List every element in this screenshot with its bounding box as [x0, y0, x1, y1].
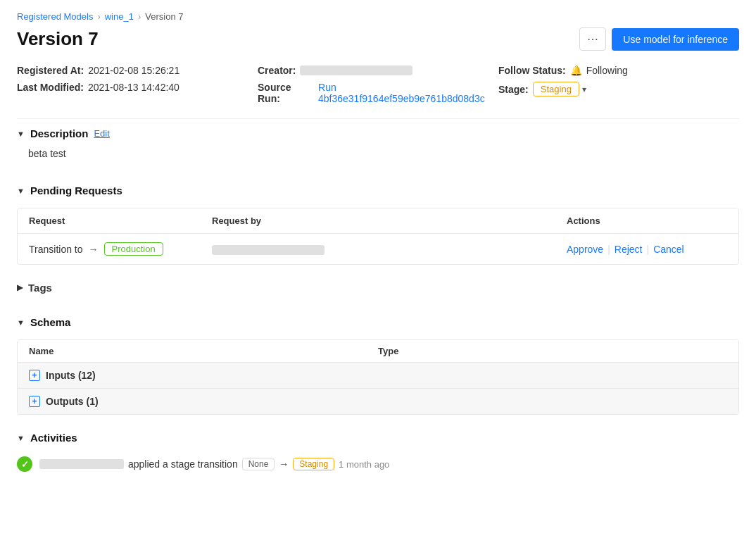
checkmark-icon: ✓ — [21, 459, 29, 470]
use-model-button[interactable]: Use model for inference — [612, 28, 739, 51]
breadcrumb-sep-2: › — [138, 11, 141, 22]
stage-row: Stage: Staging ▾ — [498, 82, 739, 96]
description-text: beta test — [17, 145, 739, 168]
breadcrumb-wine1[interactable]: wine_1 — [105, 11, 134, 22]
description-section: ▼ Description Edit beta test — [17, 122, 739, 168]
registered-at-label: Registered At: — [17, 65, 84, 76]
activity-check-icon: ✓ — [17, 456, 32, 472]
schema-toggle-icon: ▼ — [17, 318, 25, 327]
breadcrumb-registered-models[interactable]: Registered Models — [17, 11, 93, 22]
activities-toggle-icon: ▼ — [17, 434, 25, 442]
outputs-expand-icon[interactable]: + — [29, 396, 40, 407]
action-sep-2: | — [646, 244, 649, 255]
request-by-cell — [201, 235, 555, 263]
tags-label: Tags — [28, 282, 52, 294]
creator-row: Creator: — [258, 65, 498, 76]
last-modified-value: 2021-08-13 14:42:40 — [88, 82, 179, 93]
chevron-down-icon[interactable]: ▾ — [582, 85, 586, 94]
description-edit-link[interactable]: Edit — [94, 128, 109, 139]
registered-at-row: Registered At: 2021-02-08 15:26:21 — [17, 65, 258, 76]
last-modified-label: Last Modified: — [17, 82, 84, 93]
description-header[interactable]: ▼ Description Edit — [17, 122, 739, 145]
inputs-expand-icon[interactable]: + — [29, 370, 40, 381]
approve-link[interactable]: Approve — [567, 244, 603, 255]
activity-item: ✓ applied a stage transition None → Stag… — [17, 449, 739, 479]
col-request-by: Request by — [201, 208, 555, 233]
schema-col-headers: Name Type — [18, 340, 738, 363]
activities-section: ▼ Activities ✓ applied a stage transitio… — [17, 426, 739, 479]
table-header: Request Request by Actions — [18, 208, 738, 234]
creator-value — [300, 65, 412, 75]
breadcrumb: Registered Models › wine_1 › Version 7 — [17, 11, 739, 22]
transition-prefix: Transition to — [29, 244, 83, 255]
pending-requests-section: ▼ Pending Requests Request Request by Ac… — [17, 179, 739, 265]
meta-col-2: Creator: Source Run: Run 4bf36e31f9164ef… — [258, 65, 498, 104]
pending-requests-header[interactable]: ▼ Pending Requests — [17, 179, 739, 202]
stage-dropdown[interactable]: Staging ▾ — [533, 82, 586, 96]
outputs-label: Outputs (1) — [46, 396, 99, 407]
activity-action: applied a stage transition — [128, 458, 238, 470]
activity-arrow-icon: → — [279, 458, 289, 470]
description-toggle-icon: ▼ — [17, 130, 25, 138]
registered-at-value: 2021-02-08 15:26:21 — [88, 65, 179, 76]
schema-col-type: Type — [378, 346, 727, 356]
tags-header[interactable]: ▶ Tags — [17, 276, 739, 299]
schema-outputs-row: + Outputs (1) — [18, 389, 738, 414]
schema-section: ▼ Schema Name Type + Inputs (12) + Outpu… — [17, 311, 739, 415]
bell-icon: 🔔 — [570, 65, 582, 76]
stage-badge: Staging — [533, 82, 579, 96]
activities-header[interactable]: ▼ Activities — [17, 426, 739, 449]
description-content: beta test — [17, 145, 739, 168]
breadcrumb-sep-1: › — [97, 11, 100, 22]
meta-col-3: Follow Status: 🔔 Following Stage: Stagin… — [498, 65, 739, 104]
creator-label: Creator: — [258, 65, 296, 76]
schema-table: Name Type + Inputs (12) + Outputs (1) — [17, 339, 739, 415]
cancel-link[interactable]: Cancel — [653, 244, 684, 255]
schema-header[interactable]: ▼ Schema — [17, 311, 739, 334]
meta-grid: Registered At: 2021-02-08 15:26:21 Last … — [17, 65, 739, 104]
schema-label: Schema — [30, 316, 71, 328]
pending-requests-label: Pending Requests — [30, 185, 122, 196]
follow-status: 🔔 Following — [570, 65, 628, 76]
action-sep-1: | — [607, 244, 610, 255]
pending-requests-toggle-icon: ▼ — [17, 187, 25, 195]
header-actions: ⋯ Use model for inference — [579, 27, 739, 51]
production-badge: Production — [104, 242, 163, 256]
activity-time: 1 month ago — [339, 459, 389, 470]
pending-requests-table: Request Request by Actions Transition to… — [17, 208, 739, 265]
follow-status-row: Follow Status: 🔔 Following — [498, 65, 739, 76]
col-actions: Actions — [555, 208, 738, 233]
request-cell: Transition to → Production — [18, 234, 201, 264]
page-title: Version 7 — [17, 28, 99, 50]
last-modified-row: Last Modified: 2021-08-13 14:42:40 — [17, 82, 258, 93]
description-label: Description — [30, 127, 89, 139]
table-row: Transition to → Production Approve | Rej… — [18, 234, 738, 264]
tags-section: ▶ Tags — [17, 276, 739, 299]
tags-toggle-icon: ▶ — [17, 283, 23, 292]
staging-badge-activity: Staging — [293, 458, 334, 470]
schema-col-name: Name — [29, 346, 378, 356]
activity-content: applied a stage transition None → Stagin… — [39, 458, 389, 470]
arrow-right-icon: → — [89, 244, 99, 255]
activities-label: Activities — [30, 432, 77, 444]
reject-link[interactable]: Reject — [615, 244, 643, 255]
meta-col-1: Registered At: 2021-02-08 15:26:21 Last … — [17, 65, 258, 104]
source-run-link[interactable]: Run 4bf36e31f9164ef59eb9e761b8d08d3c — [318, 82, 498, 104]
none-badge: None — [242, 458, 275, 470]
more-button[interactable]: ⋯ — [579, 27, 606, 51]
activity-actor — [39, 459, 124, 469]
stage-label: Stage: — [498, 84, 529, 95]
inputs-label: Inputs (12) — [46, 370, 96, 381]
page-header: Version 7 ⋯ Use model for inference — [17, 27, 739, 51]
source-run-row: Source Run: Run 4bf36e31f9164ef59eb9e761… — [258, 82, 498, 104]
request-by-value — [212, 245, 325, 255]
source-run-label: Source Run: — [258, 82, 314, 104]
follow-status-value: Following — [586, 65, 628, 76]
follow-status-label: Follow Status: — [498, 65, 566, 76]
actions-cell: Approve | Reject | Cancel — [555, 235, 738, 263]
schema-inputs-row: + Inputs (12) — [18, 363, 738, 389]
col-request: Request — [18, 208, 201, 233]
breadcrumb-current: Version 7 — [145, 11, 183, 22]
